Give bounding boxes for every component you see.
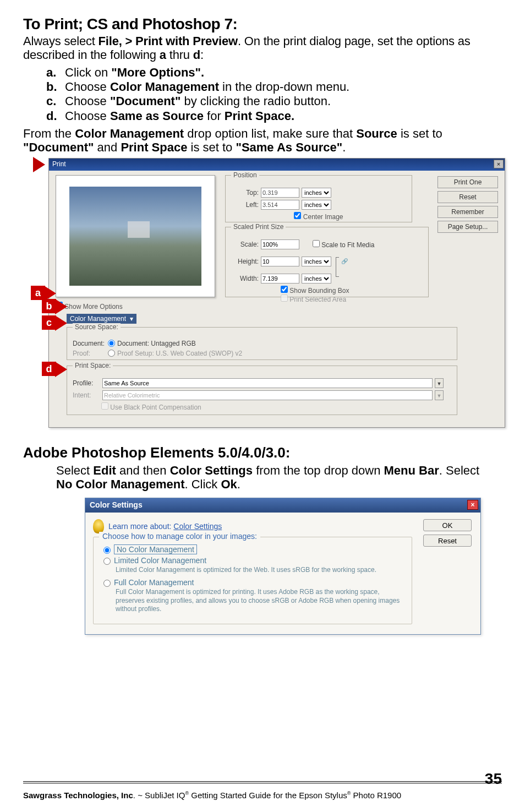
ok-button[interactable]: OK: [423, 519, 472, 531]
print-dialog: Print × Position Top: inches Left: inche…: [48, 158, 505, 428]
top-unit-select[interactable]: inches: [302, 188, 331, 198]
step-letter: c.: [46, 94, 65, 108]
scaled-fieldset: Scaled Print Size Scale: Scale to Fit Me…: [225, 227, 429, 297]
elements-paragraph: Select Edit and then Color Settings from…: [56, 464, 496, 492]
scale-fit-checkbox[interactable]: [313, 240, 320, 247]
text-bold: Print Space: [121, 140, 187, 154]
text: Choose: [65, 94, 110, 108]
link-bracket-icon: [336, 257, 339, 277]
preview-image: [69, 187, 201, 286]
option-label: No Color Management: [114, 544, 197, 554]
no-color-mgmt-radio[interactable]: [103, 547, 111, 554]
elements-heading: Adobe Photoshop Elements 5.0/4.0/3.0:: [23, 444, 502, 461]
blackpoint-row: Use Black Point Compensation: [101, 402, 451, 411]
text: in the drop-down menu.: [219, 80, 349, 94]
document-radio[interactable]: [108, 340, 115, 347]
source-space-fieldset: Source Space: Document: Document: Untagg…: [67, 327, 457, 360]
limited-color-mgmt-radio[interactable]: [103, 558, 111, 565]
print-one-button[interactable]: Print One: [438, 176, 498, 188]
text: From the: [23, 127, 75, 140]
close-icon[interactable]: ×: [467, 500, 478, 510]
left-input[interactable]: [261, 200, 299, 210]
full-desc: Full Color Management is optimized for p…: [116, 588, 405, 614]
full-color-mgmt-radio[interactable]: [103, 580, 111, 587]
link-icon[interactable]: 🔗: [341, 258, 348, 264]
left-label: Left:: [231, 201, 259, 209]
text: for: [204, 109, 225, 123]
choose-legend: Choose how to manage color in your image…: [99, 532, 260, 541]
intro-paragraph: Always select File, > Print with Preview…: [23, 34, 502, 62]
intent-select: [102, 390, 433, 400]
step-letter: a.: [46, 66, 65, 80]
step-letter: d.: [46, 109, 65, 123]
section-heading: To Print; CS and Photoshop 7:: [23, 15, 502, 33]
footer: Sawgrass Technologies, Inc. ~ SubliJet I…: [23, 791, 502, 800]
text: is set to: [187, 140, 236, 154]
text: thru: [166, 48, 193, 62]
left-unit-select[interactable]: inches: [302, 200, 331, 210]
option-label: Limited Color Management: [114, 556, 206, 565]
blackpoint-label: Use Black Point Compensation: [110, 404, 201, 411]
limited-desc: Limited Color Management is optimized fo…: [116, 566, 405, 575]
top-input[interactable]: [261, 188, 299, 198]
text-bold: a: [160, 48, 166, 62]
scale-fit-row: Scale to Fit Media: [313, 240, 374, 249]
text: drop option list, make sure that: [184, 127, 356, 140]
remember-button[interactable]: Remember: [438, 206, 498, 218]
top-label: Top:: [231, 189, 259, 197]
proof-row: Proof: Proof Setup: U.S. Web Coated (SWO…: [73, 350, 451, 357]
text-bold: Color Settings: [170, 464, 253, 477]
proof-radio[interactable]: [108, 350, 115, 357]
scale-row: Scale: Scale to Fit Media: [231, 239, 423, 249]
width-input[interactable]: [261, 274, 299, 284]
profile-row: Profile: ▼: [73, 378, 451, 388]
profile-select[interactable]: [102, 378, 433, 388]
intent-label: Intent:: [73, 391, 98, 399]
document-value: Document: Untagged RGB: [117, 340, 196, 347]
scale-input[interactable]: [261, 239, 299, 249]
position-fieldset: Position Top: inches Left: inches Center…: [225, 175, 412, 222]
text: Select: [56, 464, 93, 477]
text: :: [200, 48, 204, 62]
text: Learn more about:: [108, 522, 173, 531]
step-a: a.Click on "More Options".: [46, 66, 502, 80]
print-preview: [56, 175, 215, 297]
paragraph-2: From the Color Management drop option li…: [23, 127, 502, 155]
full-color-mgmt-option[interactable]: Full Color Management: [103, 578, 405, 587]
width-unit-select[interactable]: inches: [302, 274, 331, 284]
text: .: [342, 140, 346, 154]
step-b: b.Choose Color Management in the drop-do…: [46, 80, 502, 94]
limited-color-mgmt-option[interactable]: Limited Color Management: [103, 556, 405, 565]
close-icon[interactable]: ×: [494, 160, 504, 168]
choose-fieldset: Choose how to manage color in your image…: [93, 537, 412, 624]
dialog-button-column: Print One Reset Remember Page Setup...: [438, 176, 498, 236]
no-color-mgmt-option[interactable]: No Color Management: [103, 545, 405, 554]
step-c: c.Choose "Document" by clicking the radi…: [46, 94, 502, 108]
profile-label: Profile:: [73, 379, 98, 387]
text-bold: "More Options".: [111, 66, 204, 79]
dialog-body: Learn more about: Color Settings OK Rese…: [85, 513, 480, 634]
print-sel-row: Print Selected Area: [281, 295, 423, 303]
color-management-dropdown[interactable]: Color Management ▾: [67, 314, 136, 324]
show-bb-checkbox[interactable]: [281, 286, 288, 293]
text: Choose: [65, 80, 110, 94]
chevron-down-icon: ▼: [435, 390, 444, 400]
text: Always select: [23, 34, 99, 48]
callout-d: d: [42, 362, 56, 376]
reset-button[interactable]: Reset: [438, 191, 498, 203]
step-letter: b.: [46, 80, 65, 94]
page-setup-button[interactable]: Page Setup...: [438, 221, 498, 233]
callout-a: a: [31, 286, 45, 300]
source-legend: Source Space:: [73, 323, 121, 331]
height-unit-select[interactable]: inches: [302, 257, 331, 266]
arrow-icon: [55, 362, 67, 377]
chevron-down-icon[interactable]: ▼: [435, 378, 444, 388]
reset-button[interactable]: Reset: [423, 535, 472, 547]
center-image-checkbox[interactable]: [294, 212, 301, 219]
text-bold: Edit: [93, 464, 116, 477]
text: Choose: [65, 109, 110, 123]
height-input[interactable]: [261, 257, 299, 266]
dialog-title: Print: [52, 160, 66, 168]
color-settings-link[interactable]: Color Settings: [173, 522, 222, 531]
callout-c: c: [42, 315, 56, 330]
